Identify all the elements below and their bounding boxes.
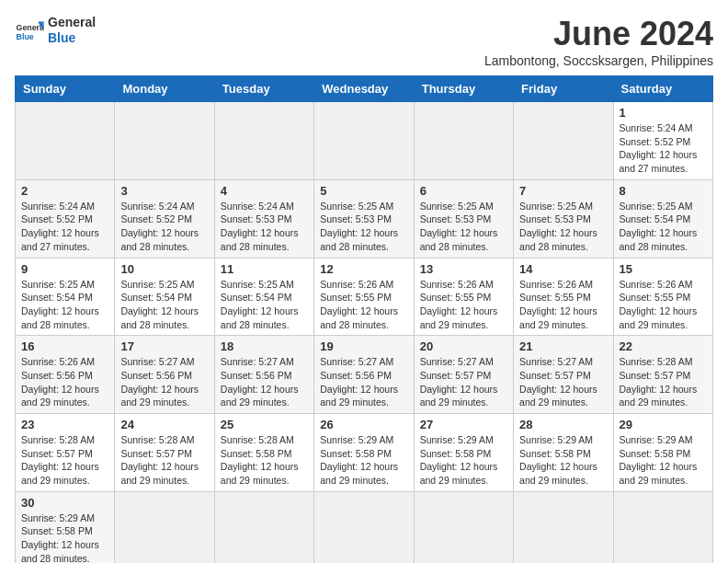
calendar-cell xyxy=(613,491,712,563)
weekday-header-saturday: Saturday xyxy=(613,76,712,102)
calendar-cell: 5Sunrise: 5:25 AM Sunset: 5:53 PM Daylig… xyxy=(314,179,414,258)
calendar-week-5: 23Sunrise: 5:28 AM Sunset: 5:57 PM Dayli… xyxy=(16,414,713,492)
calendar-subtitle: Lambontong, Soccsksargen, Philippines xyxy=(484,53,713,68)
calendar-cell: 21Sunrise: 5:27 AM Sunset: 5:57 PM Dayli… xyxy=(514,336,613,414)
logo: General Blue General Blue xyxy=(15,15,96,46)
day-number: 17 xyxy=(120,339,208,353)
calendar-title: June 2024 xyxy=(484,15,713,53)
day-number: 10 xyxy=(120,262,208,276)
day-info: Sunrise: 5:28 AM Sunset: 5:57 PM Dayligh… xyxy=(120,433,208,488)
weekday-header-monday: Monday xyxy=(115,76,214,102)
weekday-header-sunday: Sunday xyxy=(16,76,115,102)
day-info: Sunrise: 5:29 AM Sunset: 5:58 PM Dayligh… xyxy=(420,433,507,488)
calendar-cell: 24Sunrise: 5:28 AM Sunset: 5:57 PM Dayli… xyxy=(115,414,214,492)
day-number: 19 xyxy=(320,339,407,353)
day-number: 27 xyxy=(420,418,507,431)
calendar-cell: 26Sunrise: 5:29 AM Sunset: 5:58 PM Dayli… xyxy=(314,414,414,492)
calendar-cell xyxy=(514,491,613,563)
day-number: 2 xyxy=(21,184,108,198)
day-info: Sunrise: 5:26 AM Sunset: 5:55 PM Dayligh… xyxy=(420,278,507,332)
day-number: 14 xyxy=(519,262,607,276)
day-number: 15 xyxy=(620,262,707,276)
calendar-week-2: 2Sunrise: 5:24 AM Sunset: 5:52 PM Daylig… xyxy=(16,179,713,258)
calendar-cell: 28Sunrise: 5:29 AM Sunset: 5:58 PM Dayli… xyxy=(514,414,613,492)
calendar-cell xyxy=(414,491,513,563)
day-info: Sunrise: 5:28 AM Sunset: 5:58 PM Dayligh… xyxy=(221,433,308,488)
day-info: Sunrise: 5:25 AM Sunset: 5:53 PM Dayligh… xyxy=(320,200,407,254)
day-info: Sunrise: 5:25 AM Sunset: 5:54 PM Dayligh… xyxy=(221,278,308,332)
day-number: 18 xyxy=(221,339,308,353)
day-number: 12 xyxy=(320,262,407,276)
day-info: Sunrise: 5:27 AM Sunset: 5:56 PM Dayligh… xyxy=(120,355,208,409)
day-info: Sunrise: 5:24 AM Sunset: 5:53 PM Dayligh… xyxy=(221,200,308,254)
day-number: 29 xyxy=(620,418,707,431)
calendar-week-4: 16Sunrise: 5:26 AM Sunset: 5:56 PM Dayli… xyxy=(16,336,713,414)
day-info: Sunrise: 5:26 AM Sunset: 5:55 PM Dayligh… xyxy=(320,278,407,332)
calendar-cell xyxy=(214,491,313,563)
day-info: Sunrise: 5:29 AM Sunset: 5:58 PM Dayligh… xyxy=(620,433,707,488)
calendar-cell: 16Sunrise: 5:26 AM Sunset: 5:56 PM Dayli… xyxy=(16,336,115,414)
logo-icon: General Blue xyxy=(15,16,44,45)
day-info: Sunrise: 5:24 AM Sunset: 5:52 PM Dayligh… xyxy=(120,200,208,254)
day-number: 20 xyxy=(420,339,507,353)
day-info: Sunrise: 5:24 AM Sunset: 5:52 PM Dayligh… xyxy=(620,121,707,176)
calendar-cell: 12Sunrise: 5:26 AM Sunset: 5:55 PM Dayli… xyxy=(314,258,414,336)
day-number: 6 xyxy=(420,184,507,198)
day-info: Sunrise: 5:29 AM Sunset: 5:58 PM Dayligh… xyxy=(21,511,108,563)
weekday-header-row: SundayMondayTuesdayWednesdayThursdayFrid… xyxy=(16,76,713,102)
calendar-cell: 19Sunrise: 5:27 AM Sunset: 5:56 PM Dayli… xyxy=(314,336,414,414)
calendar-cell xyxy=(16,102,115,180)
calendar-cell xyxy=(314,491,414,563)
day-number: 13 xyxy=(420,262,507,276)
calendar-cell: 20Sunrise: 5:27 AM Sunset: 5:57 PM Dayli… xyxy=(414,336,513,414)
day-number: 3 xyxy=(120,184,208,198)
calendar-cell: 9Sunrise: 5:25 AM Sunset: 5:54 PM Daylig… xyxy=(16,258,115,336)
calendar-cell: 13Sunrise: 5:26 AM Sunset: 5:55 PM Dayli… xyxy=(414,258,513,336)
day-info: Sunrise: 5:27 AM Sunset: 5:57 PM Dayligh… xyxy=(519,355,607,409)
header: General Blue General Blue June 2024 Lamb… xyxy=(15,15,713,68)
calendar-cell: 15Sunrise: 5:26 AM Sunset: 5:55 PM Dayli… xyxy=(613,258,712,336)
day-info: Sunrise: 5:25 AM Sunset: 5:53 PM Dayligh… xyxy=(519,200,607,254)
day-info: Sunrise: 5:27 AM Sunset: 5:56 PM Dayligh… xyxy=(221,355,308,409)
day-info: Sunrise: 5:28 AM Sunset: 5:57 PM Dayligh… xyxy=(21,433,108,488)
calendar-cell: 18Sunrise: 5:27 AM Sunset: 5:56 PM Dayli… xyxy=(214,336,313,414)
day-number: 11 xyxy=(221,262,308,276)
logo-blue-text: Blue xyxy=(48,30,96,46)
day-number: 30 xyxy=(21,496,108,510)
calendar-cell xyxy=(514,102,613,180)
day-number: 23 xyxy=(21,418,108,431)
day-number: 5 xyxy=(320,184,407,198)
weekday-header-tuesday: Tuesday xyxy=(214,76,313,102)
calendar-cell: 23Sunrise: 5:28 AM Sunset: 5:57 PM Dayli… xyxy=(16,414,115,492)
day-info: Sunrise: 5:27 AM Sunset: 5:57 PM Dayligh… xyxy=(420,355,507,409)
calendar-table: SundayMondayTuesdayWednesdayThursdayFrid… xyxy=(15,75,713,563)
calendar-week-6: 30Sunrise: 5:29 AM Sunset: 5:58 PM Dayli… xyxy=(16,491,713,563)
day-number: 24 xyxy=(120,418,208,431)
day-number: 22 xyxy=(620,339,707,353)
day-info: Sunrise: 5:25 AM Sunset: 5:54 PM Dayligh… xyxy=(21,278,108,332)
calendar-cell xyxy=(414,102,513,180)
day-info: Sunrise: 5:25 AM Sunset: 5:54 PM Dayligh… xyxy=(620,200,707,254)
day-info: Sunrise: 5:26 AM Sunset: 5:55 PM Dayligh… xyxy=(620,278,707,332)
calendar-cell: 2Sunrise: 5:24 AM Sunset: 5:52 PM Daylig… xyxy=(16,179,115,258)
day-number: 7 xyxy=(519,184,607,198)
day-info: Sunrise: 5:26 AM Sunset: 5:55 PM Dayligh… xyxy=(519,278,607,332)
day-info: Sunrise: 5:27 AM Sunset: 5:56 PM Dayligh… xyxy=(320,355,407,409)
day-number: 9 xyxy=(21,262,108,276)
svg-text:Blue: Blue xyxy=(17,31,34,40)
calendar-cell: 29Sunrise: 5:29 AM Sunset: 5:58 PM Dayli… xyxy=(613,414,712,492)
day-info: Sunrise: 5:29 AM Sunset: 5:58 PM Dayligh… xyxy=(320,433,407,488)
day-number: 25 xyxy=(221,418,308,431)
day-number: 21 xyxy=(519,339,607,353)
calendar-cell: 25Sunrise: 5:28 AM Sunset: 5:58 PM Dayli… xyxy=(214,414,313,492)
calendar-cell: 1Sunrise: 5:24 AM Sunset: 5:52 PM Daylig… xyxy=(613,102,712,180)
calendar-cell: 14Sunrise: 5:26 AM Sunset: 5:55 PM Dayli… xyxy=(514,258,613,336)
weekday-header-friday: Friday xyxy=(514,76,613,102)
day-info: Sunrise: 5:26 AM Sunset: 5:56 PM Dayligh… xyxy=(21,355,108,409)
day-number: 26 xyxy=(320,418,407,431)
calendar-cell: 22Sunrise: 5:28 AM Sunset: 5:57 PM Dayli… xyxy=(613,336,712,414)
calendar-cell: 8Sunrise: 5:25 AM Sunset: 5:54 PM Daylig… xyxy=(613,179,712,258)
calendar-week-3: 9Sunrise: 5:25 AM Sunset: 5:54 PM Daylig… xyxy=(16,258,713,336)
day-number: 8 xyxy=(620,184,707,198)
day-info: Sunrise: 5:24 AM Sunset: 5:52 PM Dayligh… xyxy=(21,200,108,254)
